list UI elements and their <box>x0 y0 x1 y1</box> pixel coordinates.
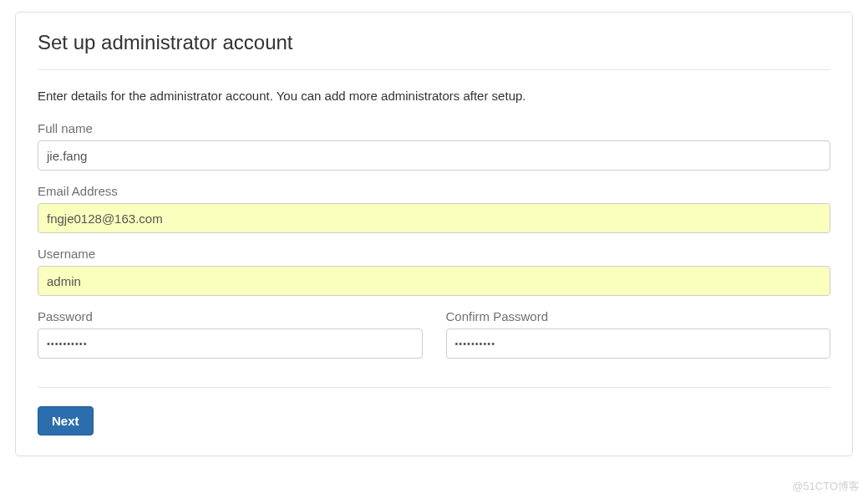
divider-top <box>38 69 830 70</box>
username-label: Username <box>38 247 830 261</box>
email-group: Email Address <box>38 184 830 233</box>
confirm-password-group: Confirm Password <box>446 309 831 359</box>
email-label: Email Address <box>38 184 830 198</box>
fullname-group: Full name <box>38 121 830 171</box>
divider-bottom <box>38 387 830 388</box>
username-group: Username <box>38 247 830 296</box>
setup-panel: Set up administrator account Enter detai… <box>15 12 853 456</box>
next-button[interactable]: Next <box>38 406 94 435</box>
setup-description: Enter details for the administrator acco… <box>38 89 830 103</box>
password-label: Password <box>38 309 423 323</box>
watermark: @51CTO博客 <box>792 479 860 494</box>
page-title: Set up administrator account <box>38 31 830 54</box>
confirm-password-input[interactable] <box>446 328 831 359</box>
fullname-input[interactable] <box>38 140 830 171</box>
email-input[interactable] <box>38 203 830 233</box>
password-row: Password Confirm Password <box>38 309 830 372</box>
confirm-password-label: Confirm Password <box>446 309 831 323</box>
username-input[interactable] <box>38 266 830 296</box>
password-group: Password <box>38 309 423 359</box>
password-input[interactable] <box>38 328 423 359</box>
fullname-label: Full name <box>38 121 830 135</box>
